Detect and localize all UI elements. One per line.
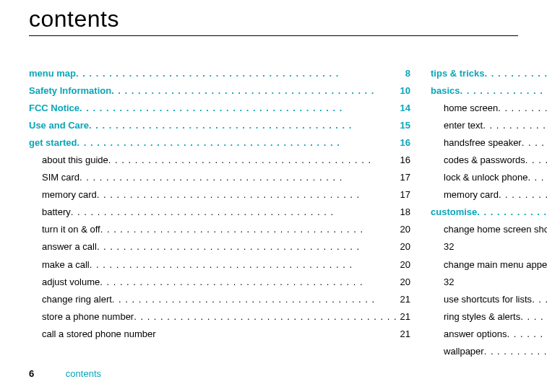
toc-label: about this guide (42, 152, 108, 169)
toc-label: memory card (444, 186, 499, 204)
toc-entry: answer a call20 (29, 238, 410, 256)
toc-dots (484, 343, 547, 360)
toc-label: enter text (444, 117, 483, 134)
toc-section: FCC Notice14 (29, 100, 410, 117)
toc-entry: call a stored phone number21 (29, 326, 410, 343)
toc-entry: change home screen shortcuts32 (431, 221, 547, 256)
toc-entry: home screen23 (431, 100, 547, 117)
toc-page: 20 (397, 256, 410, 274)
toc-entry: answer options34 (431, 326, 547, 343)
toc-label: get started (29, 134, 77, 152)
toc-dots (483, 117, 547, 134)
toc-label: Safety Information (29, 82, 111, 100)
toc-label: answer a call (42, 238, 97, 256)
toc-label: codes & passwords (444, 152, 525, 169)
toc-label: ring styles & alerts (444, 308, 520, 326)
toc-label: wallpaper (444, 343, 484, 360)
toc-label: use shortcuts for lists (444, 291, 532, 308)
toc-label: home screen (444, 100, 498, 117)
toc-label: memory card (42, 186, 97, 204)
toc-dots (460, 82, 548, 100)
toc-page: 20 (397, 274, 410, 291)
toc-page: 21 (397, 291, 410, 308)
toc-page: 20 (397, 238, 410, 256)
toc-dots (79, 100, 397, 117)
toc-entry: change ring alert21 (29, 291, 410, 308)
toc-page: 8 (402, 65, 410, 82)
toc-page: 10 (397, 82, 410, 100)
toc-entry: enter text24 (431, 117, 547, 134)
toc-page: 15 (397, 117, 410, 134)
toc-entry: about this guide16 (29, 152, 410, 169)
toc-entry: handsfree speaker29 (431, 134, 547, 152)
toc-page: 20 (397, 221, 410, 238)
toc-dots (79, 169, 397, 186)
toc-entry: wallpaper34 (431, 343, 547, 360)
toc-section: get started16 (29, 134, 410, 152)
toc-entry: SIM card17 (29, 169, 410, 186)
toc-page: 17 (397, 169, 410, 186)
toc-label: customise (431, 204, 477, 221)
toc-dots (525, 152, 547, 169)
toc-page: 14 (397, 100, 410, 117)
toc-page: 21 (397, 308, 410, 326)
toc-label: change ring alert (42, 291, 112, 308)
toc-page: 16 (397, 134, 410, 152)
toc-columns: menu map8Safety Information10FCC Notice1… (0, 36, 547, 360)
toc-label: battery (42, 204, 71, 221)
toc-entry: store a phone number21 (29, 308, 410, 326)
toc-label: change main menu appearance (444, 256, 547, 274)
toc-entry: memory card30 (431, 186, 547, 204)
toc-entry: turn it on & off20 (29, 221, 410, 238)
toc-page: 18 (397, 204, 410, 221)
toc-label: SIM card (42, 169, 79, 186)
toc-dots (477, 204, 547, 221)
toc-label: change home screen shortcuts (444, 221, 547, 238)
toc-dots (76, 65, 402, 82)
toc-dots (97, 186, 397, 204)
toc-entry: adjust volume20 (29, 274, 410, 291)
toc-section: tips & tricks22 (431, 65, 547, 82)
toc-page: 32 (444, 238, 454, 256)
toc-entry: memory card17 (29, 186, 410, 204)
toc-label: store a phone number (42, 308, 134, 326)
toc-dots (134, 308, 397, 326)
toc-section: Safety Information10 (29, 82, 410, 100)
footer-page-number: 6 (29, 368, 34, 379)
toc-label: Use and Care (29, 117, 89, 134)
toc-dots (507, 326, 547, 343)
toc-section: menu map8 (29, 65, 410, 82)
toc-entry: change main menu appearance32 (431, 256, 547, 291)
toc-label: turn it on & off (42, 221, 100, 238)
toc-dots (112, 291, 397, 308)
toc-label: FCC Notice (29, 100, 79, 117)
toc-entry: codes & passwords29 (431, 152, 547, 169)
toc-section: customise32 (431, 204, 547, 221)
toc-dots (520, 308, 547, 326)
toc-label: tips & tricks (431, 65, 484, 82)
toc-label: handsfree speaker (444, 134, 522, 152)
toc-label: answer options (444, 326, 507, 343)
toc-dots (111, 82, 397, 100)
toc-label: call a stored phone number (42, 326, 156, 343)
toc-dots (522, 134, 547, 152)
toc-dots (71, 204, 397, 221)
toc-dots (89, 117, 397, 134)
toc-entry: battery18 (29, 204, 410, 221)
toc-dots (108, 152, 397, 169)
toc-dots (527, 169, 547, 186)
toc-dots (77, 134, 397, 152)
toc-page: 17 (397, 186, 410, 204)
toc-entry: ring styles & alerts33 (431, 308, 547, 326)
page-title: contents (0, 0, 547, 32)
toc-page: 32 (444, 274, 454, 291)
toc-entry: make a call20 (29, 256, 410, 274)
toc-dots (90, 256, 397, 274)
toc-section: Use and Care15 (29, 117, 410, 134)
footer-label: contents (66, 368, 101, 379)
toc-page: 21 (397, 326, 410, 343)
toc-section: basics23 (431, 82, 547, 100)
toc-label: menu map (29, 65, 76, 82)
toc-entry: use shortcuts for lists33 (431, 291, 547, 308)
toc-dots (484, 65, 547, 82)
